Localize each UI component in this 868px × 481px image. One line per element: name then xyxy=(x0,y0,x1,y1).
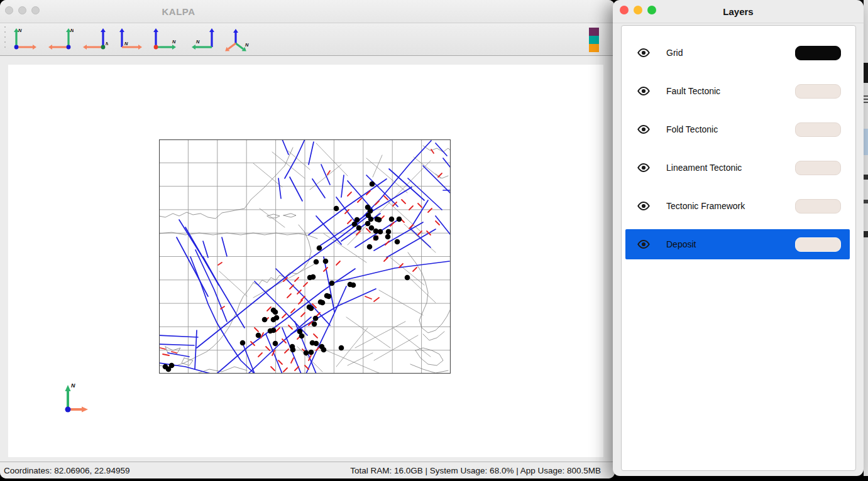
layers-titlebar[interactable]: Layers xyxy=(613,0,864,23)
axis-green-up-orange-right-icon[interactable]: N xyxy=(11,26,38,53)
map-lineaments xyxy=(219,143,441,374)
palette-color-2[interactable] xyxy=(589,44,599,52)
axis-blue-up-green-left-icon[interactable]: N xyxy=(190,26,217,53)
layers-list: GridFault TectonicFold TectonicLineament… xyxy=(621,25,856,471)
layer-row-grid[interactable]: Grid xyxy=(625,38,850,68)
palette-color-0[interactable] xyxy=(589,28,599,36)
layer-label: Grid xyxy=(666,48,683,58)
screen: { "main_window": { "title": "KALPA", "to… xyxy=(0,0,868,481)
layer-color-swatch[interactable] xyxy=(795,122,841,137)
axis-blue-up-orange-left-icon[interactable]: N xyxy=(82,26,108,53)
layer-label: Deposit xyxy=(666,239,696,249)
background-window-sliver xyxy=(864,0,868,476)
palette-stack xyxy=(589,28,599,52)
layer-row-deposit[interactable]: Deposit xyxy=(625,229,850,259)
palette-color-1[interactable] xyxy=(589,36,599,44)
layer-label: Lineament Tectonic xyxy=(666,163,742,173)
eye-visibility-icon[interactable] xyxy=(637,163,651,173)
eye-visibility-icon[interactable] xyxy=(637,239,651,249)
main-titlebar[interactable]: KALPA xyxy=(0,0,615,23)
main-window: KALPA NNNNNNN N Coordinates: 82.06906, 2… xyxy=(0,0,615,478)
svg-text:N: N xyxy=(106,41,108,46)
map-canvas[interactable]: N xyxy=(8,65,603,457)
axis-3d-triad-icon[interactable]: N xyxy=(223,26,250,53)
svg-text:N: N xyxy=(70,28,74,33)
layer-label: Fold Tectonic xyxy=(666,124,718,134)
compass-axes-icon: N xyxy=(57,379,92,415)
axis-green-up-orange-left-icon[interactable]: N xyxy=(47,26,74,53)
svg-text:N: N xyxy=(196,39,200,45)
svg-text:N: N xyxy=(245,42,249,48)
eye-visibility-icon[interactable] xyxy=(637,201,651,211)
layer-color-swatch[interactable] xyxy=(795,199,841,213)
toolbar: NNNNNNN xyxy=(0,23,615,56)
layer-label: Tectonic Framework xyxy=(666,201,745,211)
layer-row-fault-tectonic[interactable]: Fault Tectonic xyxy=(625,76,850,106)
axis-blue-up-orange-right-icon[interactable]: N xyxy=(117,26,143,53)
layer-color-swatch[interactable] xyxy=(795,161,841,175)
eye-visibility-icon[interactable] xyxy=(637,124,651,134)
layers-panel-title: Layers xyxy=(613,0,864,23)
layer-color-swatch[interactable] xyxy=(795,84,841,99)
compass-n-label: N xyxy=(71,382,75,389)
svg-text:N: N xyxy=(124,41,128,46)
axis-blue-up-green-right-icon[interactable]: N xyxy=(151,26,177,53)
status-coordinates: Coordinates: 82.06906, 22.94959 xyxy=(4,466,129,475)
toolbar-drag-handle[interactable] xyxy=(4,26,6,48)
eye-visibility-icon[interactable] xyxy=(637,48,651,58)
eye-visibility-icon[interactable] xyxy=(637,86,651,96)
status-system-usage: Total RAM: 16.0GB | System Usage: 68.0% … xyxy=(350,466,601,475)
layer-row-lineament-tectonic[interactable]: Lineament Tectonic xyxy=(625,153,850,183)
layers-window: Layers GridFault TectonicFold TectonicLi… xyxy=(613,0,864,476)
map-view[interactable] xyxy=(159,139,451,374)
layer-row-tectonic-framework[interactable]: Tectonic Framework xyxy=(625,191,850,221)
layer-color-swatch[interactable] xyxy=(795,237,841,252)
svg-text:N: N xyxy=(18,28,22,33)
layer-row-fold-tectonic[interactable]: Fold Tectonic xyxy=(625,114,850,144)
svg-text:N: N xyxy=(172,39,176,45)
status-bar: Coordinates: 82.06906, 22.94959 Total RA… xyxy=(0,462,615,478)
layer-color-swatch[interactable] xyxy=(795,46,841,60)
layer-label: Fault Tectonic xyxy=(666,86,720,96)
window-title: KALPA xyxy=(0,0,357,23)
